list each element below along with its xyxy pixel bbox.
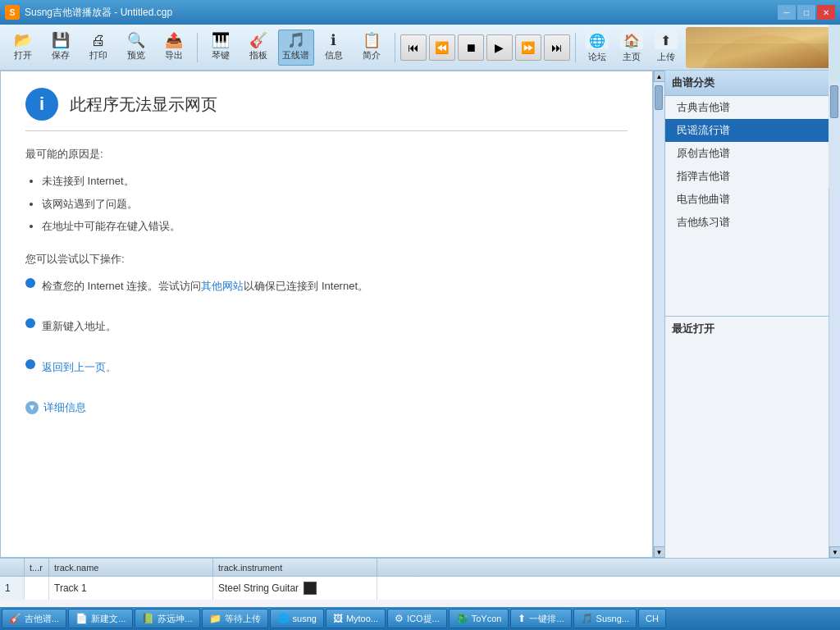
sidebar-item-electric[interactable]: 电吉他曲谱: [665, 188, 829, 211]
track-row-placeholder: [25, 577, 49, 600]
sidebar-v-scroll: ▲ ▼: [829, 71, 840, 558]
error-header: i 此程序无法显示网页: [25, 88, 628, 131]
title-controls[interactable]: ─ □ ✕: [778, 5, 835, 20]
browser-area: i 此程序无法显示网页 最可能的原因是: 未连接到 Internet。 该网站遇…: [0, 71, 653, 558]
other-sites-link[interactable]: 其他网站: [201, 280, 244, 292]
track-header: t...r track.name track.instrument: [0, 559, 840, 577]
taskbar-icon-waiting: 📁: [209, 613, 221, 624]
info-icon: ℹ: [331, 33, 336, 48]
try-header: 您可以尝试以下操作:: [25, 249, 628, 268]
piano-button[interactable]: 🎹 琴键: [203, 30, 239, 66]
taskbar-label-onekey: 一键排...: [529, 613, 564, 625]
scroll-track: [654, 82, 664, 546]
taskbar-item-susng[interactable]: 🌐 susng: [270, 609, 324, 628]
taskbar-label-ch: CH: [646, 614, 659, 623]
taskbar-item-toycon[interactable]: 🐉 ToYcon: [449, 609, 509, 628]
taskbar-item-susng2[interactable]: 🎵 Susng...: [573, 609, 637, 628]
taskbar-item-ico[interactable]: ⚙ ICO提...: [387, 609, 447, 628]
taskbar-label-susng2: Susng...: [596, 614, 629, 623]
taskbar-item-guitar[interactable]: 🎸 吉他谱...: [2, 609, 66, 628]
scroll-up-arrow[interactable]: ▲: [654, 71, 665, 82]
sidebar-scroll-down[interactable]: ▼: [829, 546, 840, 558]
details-row: ▼ 详细信息: [25, 398, 628, 417]
upload-button[interactable]: ⬆ 上传: [650, 30, 682, 66]
forward-end-button[interactable]: ⏭: [544, 34, 570, 61]
taskbar-icon-susng: 🌐: [277, 613, 290, 624]
info-label: 信息: [325, 49, 343, 62]
reason-list: 未连接到 Internet。 该网站遇到了问题。 在地址中可能存在键入错误。: [42, 171, 628, 235]
print-button[interactable]: 🖨 打印: [80, 30, 116, 66]
track-instrument-label: Steel String Guitar: [218, 582, 299, 594]
file-tools: 📂 打开 💾 保存 🖨 打印 🔍 预览 📤 导出: [5, 30, 192, 66]
export-button[interactable]: 📤 导出: [156, 30, 192, 66]
window-title: Susng吉他谱播放器 - Untitled.cgp: [25, 6, 172, 20]
error-title: 此程序无法显示网页: [70, 94, 217, 116]
minimize-button[interactable]: ─: [778, 5, 796, 20]
sidebar-item-folk[interactable]: 民谣流行谱: [665, 119, 829, 142]
next-button[interactable]: ⏩: [515, 34, 541, 61]
maximize-button[interactable]: □: [797, 5, 815, 20]
save-button[interactable]: 💾 保存: [43, 30, 79, 66]
intro-button[interactable]: 📋 简介: [354, 30, 390, 66]
home-label: 主页: [623, 51, 641, 63]
reason-header: 最可能的原因是:: [25, 144, 628, 163]
action-text-1: 检查您的 Internet 连接。尝试访问其他网站以确保已连接到 Interne…: [42, 276, 368, 295]
back-link[interactable]: 返回到上一页。: [42, 361, 116, 373]
scroll-thumb[interactable]: [655, 85, 663, 110]
taskbar-item-new[interactable]: 📄 新建文...: [68, 609, 133, 628]
rewind-start-button[interactable]: ⏮: [400, 34, 427, 61]
header-photo: [686, 27, 835, 68]
taskbar-item-onekey[interactable]: ⬆ 一键排...: [510, 609, 571, 628]
track-color-swatch[interactable]: [304, 582, 317, 595]
bullet-icon: [25, 278, 35, 288]
track-col-name-header: t...r: [25, 559, 49, 576]
taskbar: 🎸 吉他谱... 📄 新建文... 📗 苏远坤... 📁 等待上传 🌐 susn…: [0, 607, 840, 630]
taskbar-item-mytoo[interactable]: 🖼 Mytoo...: [326, 609, 386, 628]
action-text-3: 返回到上一页。: [42, 358, 116, 377]
sidebar-item-original[interactable]: 原创吉他谱: [665, 142, 829, 165]
forum-button[interactable]: 🌐 论坛: [581, 30, 614, 66]
export-label: 导出: [165, 49, 183, 62]
sidebar-item-practice[interactable]: 吉他练习谱: [665, 211, 829, 234]
taskbar-icon-su: 📗: [142, 613, 154, 624]
staff-button[interactable]: 🎵 五线谱: [278, 30, 314, 66]
sidebar-scroll-thumb[interactable]: [830, 85, 838, 118]
print-icon: 🖨: [91, 33, 106, 48]
taskbar-icon-ico: ⚙: [395, 613, 404, 624]
recent-title: 最近打开: [665, 316, 829, 341]
action-item-1: 检查您的 Internet 连接。尝试访问其他网站以确保已连接到 Interne…: [25, 276, 628, 304]
info-button[interactable]: ℹ 信息: [316, 30, 352, 66]
sidebar-list: 古典吉他谱 民谣流行谱 原创吉他谱 指弹吉他谱 电吉他曲谱 吉他练习谱: [665, 96, 829, 313]
taskbar-icon-guitar: 🎸: [9, 613, 21, 624]
preview-button[interactable]: 🔍 预览: [118, 30, 154, 66]
upload-icon: ⬆: [655, 31, 678, 49]
prev-button[interactable]: ⏪: [429, 34, 455, 61]
title-bar: S Susng吉他谱播放器 - Untitled.cgp ─ □ ✕: [0, 0, 840, 25]
taskbar-item-waiting[interactable]: 📁 等待上传: [202, 609, 268, 628]
track-col-track-name: track.name: [49, 559, 213, 576]
taskbar-label-toycon: ToYcon: [472, 614, 502, 623]
taskbar-icon-onekey: ⬆: [518, 613, 526, 624]
sidebar-item-classical[interactable]: 古典吉他谱: [665, 96, 829, 119]
expand-icon[interactable]: ▼: [25, 401, 39, 414]
sidebar-scroll-wrapper: ▲ ▼: [653, 71, 664, 558]
open-button[interactable]: 📂 打开: [5, 30, 41, 66]
taskbar-item-su[interactable]: 📗 苏远坤...: [135, 609, 199, 628]
details-link[interactable]: 详细信息: [43, 398, 86, 417]
scroll-down-arrow[interactable]: ▼: [654, 546, 665, 558]
bullet-icon-3: [25, 359, 35, 369]
sidebar-item-fingerpicking[interactable]: 指弹吉他谱: [665, 165, 829, 188]
track-row[interactable]: 1 Track 1 Steel String Guitar: [0, 577, 840, 600]
right-tools: 🌐 论坛 🏠 主页 ⬆ 上传: [581, 30, 682, 66]
fingerboard-button[interactable]: 🎸 指板: [240, 30, 276, 66]
upload-label: 上传: [657, 51, 675, 63]
taskbar-item-ch[interactable]: CH: [638, 609, 666, 628]
play-button[interactable]: ▶: [486, 34, 513, 61]
save-icon: 💾: [52, 33, 70, 48]
home-button[interactable]: 🏠 主页: [615, 30, 648, 66]
fingerboard-icon: 🎸: [249, 33, 267, 48]
close-button[interactable]: ✕: [817, 5, 835, 20]
stop-button[interactable]: ⏹: [458, 34, 484, 61]
reason-item: 未连接到 Internet。: [42, 171, 628, 190]
mode-tools: 🎹 琴键 🎸 指板 🎵 五线谱 ℹ 信息 📋 简介: [203, 30, 390, 66]
